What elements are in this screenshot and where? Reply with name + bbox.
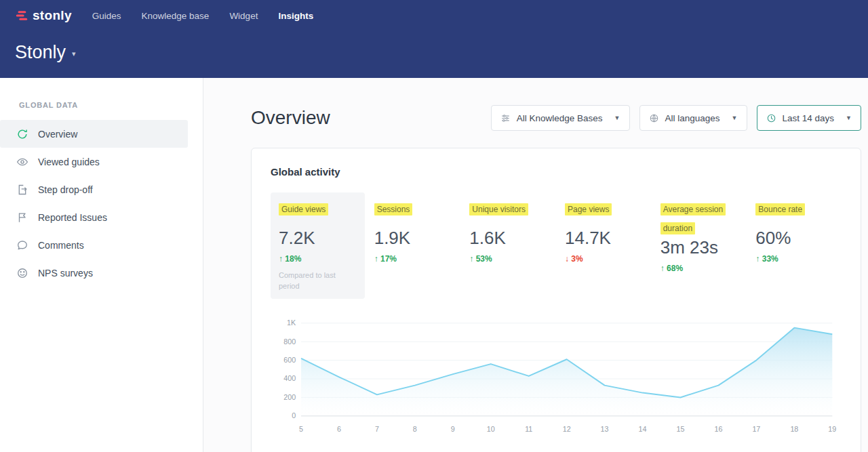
- metric-sessions[interactable]: Sessions 1.9K ↑ 17%: [366, 192, 460, 299]
- nav-guides[interactable]: Guides: [92, 11, 121, 21]
- svg-text:15: 15: [676, 425, 684, 433]
- sidebar-item-nps-surveys[interactable]: NPS surveys: [0, 259, 188, 287]
- top-header: stonly Guides Knowledge base Widget Insi…: [0, 0, 868, 78]
- metric-page-views[interactable]: Page views 14.7K ↓ 3%: [557, 192, 651, 299]
- global-activity-chart: 02004006008001K5678910111213141516171819: [271, 316, 842, 437]
- workspace-caret-icon: ▾: [72, 47, 76, 58]
- sidebar-section-label: GLOBAL DATA: [0, 101, 203, 109]
- chevron-down-icon: ▼: [846, 115, 852, 121]
- metric-change: ↑ 17%: [374, 254, 452, 264]
- filter-label: Last 14 days: [783, 113, 835, 123]
- sidebar-item-label: Viewed guides: [38, 157, 100, 167]
- svg-text:5: 5: [299, 425, 303, 433]
- metric-change: ↑ 68%: [660, 264, 738, 273]
- trend-arrow-icon: ↑: [279, 254, 283, 264]
- metric-average-session-duration[interactable]: Average session duration 3m 23s ↑ 68%: [652, 192, 747, 299]
- metric-label: Unique visitors: [469, 199, 547, 228]
- chevron-down-icon: ▼: [732, 115, 738, 121]
- sidebar-item-reported-issues[interactable]: Reported Issues: [0, 203, 188, 231]
- svg-text:6: 6: [337, 425, 341, 433]
- metric-change: ↑ 18%: [279, 254, 357, 264]
- date-range-filter[interactable]: Last 14 days ▼: [757, 105, 861, 131]
- nav-insights[interactable]: Insights: [278, 11, 313, 21]
- smiley-icon: [16, 267, 28, 279]
- svg-text:0: 0: [292, 411, 296, 419]
- svg-text:18: 18: [790, 425, 798, 433]
- trend-arrow-icon: ↑: [374, 254, 378, 264]
- page-head: Overview All Knowledge Bases ▼ All lan: [251, 105, 861, 131]
- metric-value: 14.7K: [565, 228, 643, 249]
- sidebar-item-overview[interactable]: Overview: [0, 120, 188, 148]
- metrics-row: Guide views 7.2K ↑ 18% Compared to last …: [271, 192, 842, 299]
- globe-icon: [649, 113, 659, 123]
- svg-text:8: 8: [413, 425, 417, 433]
- languages-filter[interactable]: All languages ▼: [639, 105, 747, 131]
- svg-text:14: 14: [639, 425, 647, 433]
- svg-text:19: 19: [828, 425, 836, 433]
- svg-text:17: 17: [752, 425, 760, 433]
- nav-knowledge-base[interactable]: Knowledge base: [142, 11, 210, 21]
- svg-text:800: 800: [283, 337, 296, 346]
- workspace-title: Stonly: [15, 42, 66, 63]
- sliders-icon: [500, 113, 511, 123]
- svg-text:13: 13: [601, 425, 609, 433]
- metric-value: 1.9K: [374, 228, 452, 249]
- metric-value: 1.6K: [469, 228, 547, 249]
- svg-text:16: 16: [714, 425, 722, 433]
- trend-arrow-icon: ↑: [755, 254, 760, 264]
- metric-label: Page views: [565, 199, 643, 228]
- sidebar: GLOBAL DATA Overview Viewed guides Step …: [0, 78, 203, 452]
- metric-value: 60%: [755, 228, 833, 249]
- sidebar-item-viewed-guides[interactable]: Viewed guides: [0, 148, 188, 176]
- stonly-logo-icon: [15, 9, 28, 22]
- svg-text:11: 11: [525, 425, 532, 433]
- eye-icon: [16, 156, 28, 168]
- sidebar-item-label: Step drop-off: [38, 184, 93, 195]
- card-title: Global activity: [271, 166, 842, 178]
- flag-icon: [16, 211, 28, 224]
- sidebar-item-comments[interactable]: Comments: [0, 231, 188, 259]
- metric-label: Average session duration: [660, 199, 738, 237]
- metric-note: Compared to last period: [279, 270, 357, 292]
- comment-icon: [16, 239, 28, 251]
- metric-unique-visitors[interactable]: Unique visitors 1.6K ↑ 53%: [461, 192, 555, 299]
- workspace-selector[interactable]: Stonly ▾: [15, 42, 868, 63]
- clock-icon: [766, 113, 776, 123]
- svg-text:12: 12: [563, 425, 571, 433]
- svg-text:9: 9: [451, 425, 455, 433]
- trend-arrow-icon: ↓: [565, 254, 569, 264]
- sidebar-item-step-drop-off[interactable]: Step drop-off: [0, 176, 188, 203]
- metric-label: Sessions: [374, 199, 452, 228]
- sidebar-item-label: Reported Issues: [38, 212, 107, 223]
- svg-text:7: 7: [375, 425, 379, 433]
- top-nav-links: Guides Knowledge base Widget Insights: [92, 11, 313, 21]
- metric-label: Guide views: [279, 199, 357, 228]
- sidebar-item-label: NPS surveys: [38, 268, 93, 279]
- page-title: Overview: [251, 107, 330, 129]
- metric-value: 7.2K: [279, 228, 357, 249]
- metric-value: 3m 23s: [660, 237, 738, 258]
- chevron-down-icon: ▼: [614, 115, 620, 121]
- body-row: GLOBAL DATA Overview Viewed guides Step …: [0, 78, 868, 452]
- knowledge-bases-filter[interactable]: All Knowledge Bases ▼: [491, 105, 630, 131]
- nav-widget[interactable]: Widget: [229, 11, 258, 21]
- stonly-logo[interactable]: stonly: [15, 8, 72, 23]
- main-content: Overview All Knowledge Bases ▼ All lan: [203, 78, 868, 452]
- metric-bounce-rate[interactable]: Bounce rate 60% ↑ 33%: [747, 192, 842, 299]
- metric-change: ↑ 33%: [755, 254, 833, 264]
- metric-change: ↓ 3%: [565, 254, 643, 264]
- svg-text:600: 600: [283, 356, 296, 364]
- global-activity-card: Global activity Guide views 7.2K ↑ 18% C…: [251, 148, 861, 452]
- app-root: stonly Guides Knowledge base Widget Insi…: [0, 0, 868, 452]
- metric-change: ↑ 53%: [469, 254, 547, 264]
- logo-text: stonly: [33, 8, 72, 23]
- filter-label: All Knowledge Bases: [517, 113, 603, 123]
- metric-label: Bounce rate: [755, 199, 833, 228]
- filter-bar: All Knowledge Bases ▼ All languages ▼: [491, 105, 861, 131]
- svg-text:1K: 1K: [287, 319, 296, 327]
- step-dropoff-icon: [16, 184, 28, 196]
- trend-arrow-icon: ↑: [660, 264, 665, 273]
- overview-icon: [16, 128, 28, 140]
- sidebar-item-label: Overview: [38, 129, 77, 140]
- metric-guide-views[interactable]: Guide views 7.2K ↑ 18% Compared to last …: [271, 192, 365, 299]
